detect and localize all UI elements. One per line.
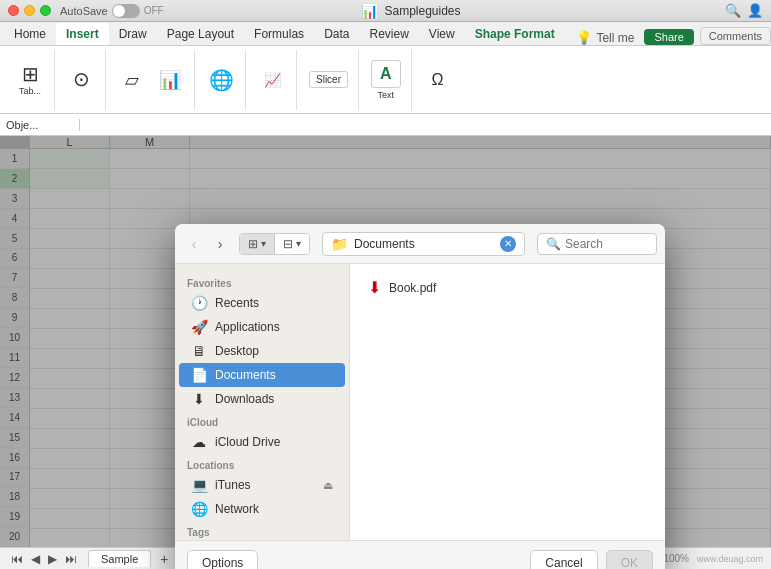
- applications-icon: 🚀: [191, 319, 207, 335]
- sidebar-item-desktop[interactable]: 🖥 Desktop: [179, 339, 345, 363]
- search-input[interactable]: [565, 237, 645, 251]
- sheet-nav-prev[interactable]: ◀: [28, 552, 43, 566]
- sidebar-item-downloads[interactable]: ⬇ Downloads: [179, 387, 345, 411]
- sidebar-item-recents[interactable]: 🕐 Recents: [179, 291, 345, 315]
- downloads-icon: ⬇: [191, 391, 207, 407]
- location-clear-btn[interactable]: ✕: [500, 236, 516, 252]
- sidebar-item-itunes[interactable]: 💻 iTunes ⏏: [179, 473, 345, 497]
- illustrations-btn[interactable]: ⊙: [63, 67, 99, 93]
- tab-home[interactable]: Home: [4, 23, 56, 45]
- itunes-icon: 💻: [191, 477, 207, 493]
- search-box: 🔍: [537, 233, 657, 255]
- sheet-nav: ⏮ ◀ ▶ ⏭: [8, 552, 80, 566]
- profile-icon[interactable]: 👤: [747, 3, 763, 18]
- desktop-icon: 🖥: [191, 343, 207, 359]
- tables-btn[interactable]: ⊞ Tab...: [12, 62, 48, 98]
- autosave-toggle[interactable]: [112, 4, 140, 18]
- itunes-label: iTunes: [215, 478, 251, 492]
- comments-button[interactable]: Comments: [700, 27, 771, 45]
- view-buttons: ⊞ ▾ ⊟ ▾: [239, 233, 310, 255]
- search-icon[interactable]: 🔍: [725, 3, 741, 18]
- grid-view-btn[interactable]: ⊞ ▾: [240, 234, 275, 254]
- sheet-nav-last[interactable]: ⏭: [62, 552, 80, 566]
- folder-icon: 📁: [331, 236, 348, 252]
- autosave-label: AutoSave: [60, 5, 108, 17]
- file-picker-dialog: ‹ › ⊞ ▾ ⊟ ▾ 📁 Documents ✕ 🔍 Favorites: [175, 224, 665, 569]
- tab-review[interactable]: Review: [359, 23, 418, 45]
- tab-formulas[interactable]: Formulas: [244, 23, 314, 45]
- sidebar: Favorites 🕐 Recents 🚀 Applications 🖥 Des…: [175, 264, 350, 540]
- locations-label: Locations: [175, 454, 349, 473]
- dialog-footer: Options Cancel OK: [175, 540, 665, 569]
- autosave-area: AutoSave OFF: [60, 4, 164, 18]
- recents-icon: 🕐: [191, 295, 207, 311]
- watermark: www.deuag.com: [697, 554, 763, 564]
- sparklines-btn[interactable]: 📈: [254, 71, 290, 89]
- ribbon-group-sparklines: 📈: [248, 50, 297, 110]
- text-btn[interactable]: A Text: [367, 58, 405, 102]
- back-button[interactable]: ‹: [183, 233, 205, 255]
- sheet-nav-first[interactable]: ⏮: [8, 552, 26, 566]
- documents-icon: 📄: [191, 367, 207, 383]
- network-icon: 🌐: [191, 501, 207, 517]
- ribbon-group-tables: ⊞ Tab...: [6, 50, 55, 110]
- share-button[interactable]: Share: [644, 29, 693, 45]
- name-box[interactable]: Obje...: [0, 119, 80, 131]
- maps-btn[interactable]: 🌐: [203, 68, 239, 92]
- title-bar: AutoSave OFF 📊 Sampleguides 🔍 👤: [0, 0, 771, 22]
- location-name: Documents: [354, 237, 415, 251]
- maximize-button[interactable]: [40, 5, 51, 16]
- app-name: Sampleguides: [384, 4, 460, 18]
- charts-btn[interactable]: 📊: [152, 69, 188, 91]
- tab-shape-format[interactable]: Shape Format: [465, 23, 565, 45]
- documents-label: Documents: [215, 368, 276, 382]
- traffic-lights: [8, 5, 51, 16]
- tab-draw[interactable]: Draw: [109, 23, 157, 45]
- symbols-btn[interactable]: Ω: [420, 70, 456, 90]
- file-item-book-pdf[interactable]: ⬇ Book.pdf: [360, 274, 655, 301]
- file-area: ⬇ Book.pdf: [350, 264, 665, 540]
- tell-me-area: 💡 Tell me: [566, 30, 644, 45]
- applications-label: Applications: [215, 320, 280, 334]
- forward-button[interactable]: ›: [209, 233, 231, 255]
- desktop-label: Desktop: [215, 344, 259, 358]
- icloud-drive-label: iCloud Drive: [215, 435, 280, 449]
- close-button[interactable]: [8, 5, 19, 16]
- eject-icon[interactable]: ⏏: [323, 479, 333, 492]
- tab-view[interactable]: View: [419, 23, 465, 45]
- ribbon-group-illustrations: ⊙: [57, 50, 106, 110]
- ribbon-tabs: Home Insert Draw Page Layout Formulas Da…: [0, 22, 771, 46]
- downloads-label: Downloads: [215, 392, 274, 406]
- title-icons: 🔍 👤: [725, 3, 763, 18]
- shapes-btn[interactable]: ▱: [114, 69, 150, 91]
- ribbon-group-slicer: Slicer: [299, 50, 359, 110]
- add-sheet-button[interactable]: +: [155, 550, 173, 568]
- cancel-button[interactable]: Cancel: [530, 550, 597, 570]
- file-name-book-pdf: Book.pdf: [389, 281, 436, 295]
- list-view-btn[interactable]: ⊟ ▾: [275, 234, 309, 254]
- sidebar-item-network[interactable]: 🌐 Network: [179, 497, 345, 521]
- sheet-nav-next[interactable]: ▶: [45, 552, 60, 566]
- minimize-button[interactable]: [24, 5, 35, 16]
- sidebar-item-icloud-drive[interactable]: ☁ iCloud Drive: [179, 430, 345, 454]
- formula-bar: Obje...: [0, 114, 771, 136]
- network-label: Network: [215, 502, 259, 516]
- icloud-section-label: iCloud: [175, 411, 349, 430]
- sidebar-item-documents[interactable]: 📄 Documents: [179, 363, 345, 387]
- ribbon-group-maps: 🌐: [197, 50, 246, 110]
- recents-label: Recents: [215, 296, 259, 310]
- tags-label: Tags: [175, 521, 349, 540]
- tab-page-layout[interactable]: Page Layout: [157, 23, 244, 45]
- favorites-label: Favorites: [175, 272, 349, 291]
- ribbon-toolbar: ⊞ Tab... ⊙ ▱ 📊 🌐 📈 Slicer: [0, 46, 771, 114]
- tab-insert[interactable]: Insert: [56, 23, 109, 45]
- slicer-btn[interactable]: Slicer: [305, 69, 352, 90]
- sidebar-item-applications[interactable]: 🚀 Applications: [179, 315, 345, 339]
- sheet-tab-sample[interactable]: Sample: [88, 550, 151, 567]
- tell-me-label[interactable]: Tell me: [596, 31, 634, 45]
- ribbon-group-symbols: Ω: [414, 50, 462, 110]
- tab-data[interactable]: Data: [314, 23, 359, 45]
- zoom-level: 100%: [663, 553, 689, 564]
- options-button[interactable]: Options: [187, 550, 258, 570]
- ribbon-group-text: A Text: [361, 50, 412, 110]
